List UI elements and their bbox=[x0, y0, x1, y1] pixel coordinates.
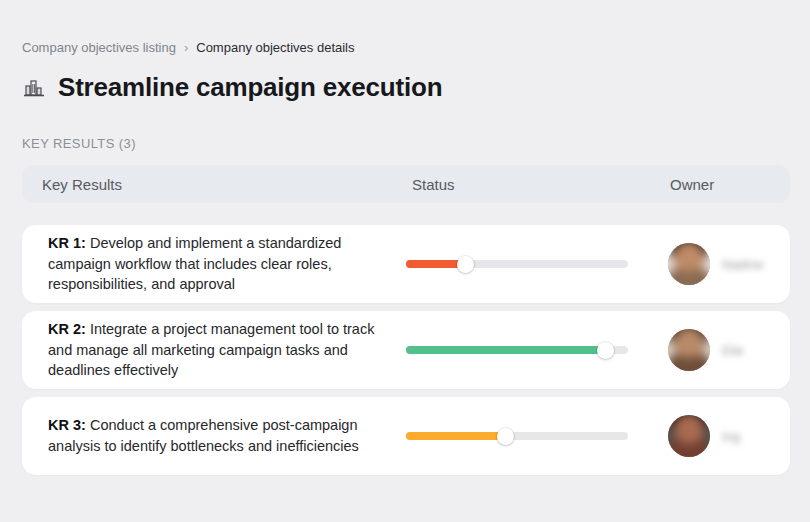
breadcrumb-objectives-listing[interactable]: Company objectives listing bbox=[22, 40, 176, 55]
slider-thumb[interactable] bbox=[597, 342, 614, 359]
kr1-owner-cell: Nadine bbox=[668, 243, 790, 285]
kr1-status-cell bbox=[406, 256, 668, 273]
kr3-owner-cell: Ing bbox=[668, 415, 790, 457]
key-results-section-label: KEY RESULTS (3) bbox=[22, 136, 790, 151]
slider-fill bbox=[406, 432, 506, 440]
breadcrumb: Company objectives listing › Company obj… bbox=[22, 40, 790, 55]
kr3-status-cell bbox=[406, 428, 668, 445]
table-header-row: Key Results Status Owner bbox=[22, 165, 790, 203]
chevron-right-icon: › bbox=[184, 40, 188, 55]
table-row-kr2[interactable]: KR 2: Integrate a project management too… bbox=[22, 311, 790, 389]
column-header-status: Status bbox=[406, 176, 668, 193]
kr3-text: Conduct a comprehensive post-campaign an… bbox=[48, 417, 359, 454]
kr2-status-cell bbox=[406, 342, 668, 359]
slider-thumb[interactable] bbox=[457, 256, 474, 273]
kr2-owner-name: Elie bbox=[722, 343, 744, 358]
kr1-owner-avatar bbox=[668, 243, 710, 285]
page-title: Streamline campaign execution bbox=[58, 72, 442, 103]
kr3-description: KR 3: Conduct a comprehensive post-campa… bbox=[22, 415, 406, 456]
table-row-kr1[interactable]: KR 1: Develop and implement a standardiz… bbox=[22, 225, 790, 303]
title-row: Streamline campaign execution bbox=[22, 72, 790, 103]
table-body: KR 1: Develop and implement a standardiz… bbox=[22, 225, 790, 475]
objective-details-page: Company objectives listing › Company obj… bbox=[0, 0, 810, 475]
buildings-icon bbox=[22, 76, 46, 100]
kr2-label: KR 2: bbox=[48, 321, 86, 337]
kr1-label: KR 1: bbox=[48, 235, 86, 251]
kr2-description: KR 2: Integrate a project management too… bbox=[22, 319, 406, 381]
column-header-key-results: Key Results bbox=[22, 176, 406, 193]
kr1-owner-name: Nadine bbox=[722, 257, 763, 272]
kr2-text: Integrate a project management tool to t… bbox=[48, 321, 374, 378]
kr2-owner-avatar bbox=[668, 329, 710, 371]
table-row-kr3[interactable]: KR 3: Conduct a comprehensive post-campa… bbox=[22, 397, 790, 475]
slider-fill bbox=[406, 346, 606, 354]
slider-thumb[interactable] bbox=[497, 428, 514, 445]
kr2-progress-slider[interactable] bbox=[406, 342, 628, 359]
kr3-owner-avatar bbox=[668, 415, 710, 457]
column-header-owner: Owner bbox=[668, 176, 790, 193]
kr3-owner-name: Ing bbox=[722, 429, 740, 444]
kr2-owner-cell: Elie bbox=[668, 329, 790, 371]
kr3-label: KR 3: bbox=[48, 417, 86, 433]
kr1-text: Develop and implement a standardized cam… bbox=[48, 235, 341, 292]
breadcrumb-objectives-details: Company objectives details bbox=[196, 40, 354, 55]
kr1-progress-slider[interactable] bbox=[406, 256, 628, 273]
kr3-progress-slider[interactable] bbox=[406, 428, 628, 445]
kr1-description: KR 1: Develop and implement a standardiz… bbox=[22, 233, 406, 295]
key-results-table: Key Results Status Owner KR 1: Develop a… bbox=[22, 165, 790, 475]
